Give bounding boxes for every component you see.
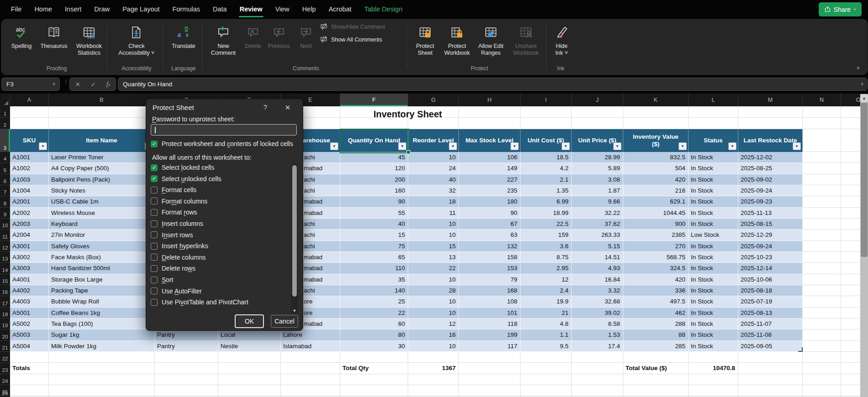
row-header-17[interactable]: 17	[0, 296, 10, 307]
filter-button-M[interactable]: ▼	[793, 142, 801, 150]
cell-G15[interactable]: 10	[408, 274, 459, 285]
ribbon-button-psheet[interactable]: ProtectSheet	[411, 21, 439, 69]
cell-J19[interactable]: 8.58	[572, 319, 623, 329]
cell-B6[interactable]: Ballpoint Pens (Pack)	[49, 174, 155, 185]
cell-L12[interactable]: In Stock	[689, 241, 738, 252]
cell-H13[interactable]: 158	[459, 252, 521, 263]
cell-J5[interactable]: 5.89	[572, 163, 623, 174]
cell-J8[interactable]: 9.66	[572, 196, 623, 207]
filter-button-K[interactable]: ▼	[679, 142, 687, 150]
row-header-14[interactable]: 14	[0, 263, 10, 274]
table-header-Inventory Value ($)[interactable]: Inventory Value($)▼	[623, 129, 689, 152]
cell-N12[interactable]	[803, 241, 841, 252]
cell-M16[interactable]: 2025-08-18	[738, 285, 803, 296]
cell-F18[interactable]: 22	[340, 308, 408, 319]
cell-J23[interactable]	[572, 363, 623, 374]
cell-H23[interactable]	[459, 363, 521, 374]
cell-L17[interactable]: In Stock	[689, 296, 738, 307]
cell-G21[interactable]: 10	[408, 341, 459, 352]
cell-I17[interactable]: 19.9	[521, 296, 572, 307]
option-checkbox[interactable]	[151, 287, 158, 294]
cell-H22[interactable]	[459, 352, 521, 363]
cell-G8[interactable]: 18	[408, 196, 459, 207]
cell-E20[interactable]: Lahore	[281, 329, 340, 340]
filter-button-F[interactable]: ▼	[398, 142, 406, 150]
cell-B20[interactable]: Sugar 1kg	[49, 329, 155, 340]
cell-K4[interactable]: 832.5	[623, 152, 689, 163]
cell-H18[interactable]: 101	[459, 308, 521, 319]
row-header-16[interactable]: 16	[0, 285, 10, 296]
cell-J7[interactable]: 1.87	[572, 185, 623, 196]
cell-L5[interactable]: In Stock	[689, 163, 738, 174]
tab-data[interactable]: Data	[206, 0, 233, 18]
cell-J18[interactable]: 39.02	[572, 308, 623, 319]
option-checkbox[interactable]	[151, 265, 158, 272]
table-header-Quantity On Hand[interactable]: Quantity On Hand▼	[340, 129, 408, 152]
cell-F24[interactable]	[340, 374, 408, 385]
cell-A18[interactable]: A5001	[10, 308, 49, 319]
cell-I5[interactable]: 4.2	[521, 163, 572, 174]
row-header-5[interactable]: 5	[0, 163, 10, 174]
cell-N6[interactable]	[803, 174, 841, 185]
cell-I13[interactable]: 8.75	[521, 252, 572, 263]
cell-F21[interactable]: 30	[340, 341, 408, 352]
ribbon-button-translate[interactable]: aTranslate	[166, 21, 201, 69]
cell-K21[interactable]: 285	[623, 341, 689, 352]
cell-E24[interactable]	[281, 374, 340, 385]
allow-option-use-autofilter[interactable]: Use AutoFilter	[151, 287, 202, 296]
cell-H15[interactable]: 79	[459, 274, 521, 285]
insert-function-icon[interactable]: fx	[106, 80, 110, 88]
cell-C23[interactable]	[155, 363, 218, 374]
cell-N16[interactable]	[803, 285, 841, 296]
cell-B10[interactable]: Keyboard	[49, 219, 155, 230]
cell-L4[interactable]: In Stock	[689, 152, 738, 163]
cell-K12[interactable]: 270	[623, 241, 689, 252]
cell-M10[interactable]: 2025-08-15	[738, 219, 803, 230]
cell-K25[interactable]	[623, 385, 689, 396]
row-header-11[interactable]: 11	[0, 230, 10, 240]
cell-K17[interactable]: 497.5	[623, 296, 689, 307]
cell-F6[interactable]: 200	[340, 174, 408, 185]
cell-A20[interactable]: A5003	[10, 329, 49, 340]
cell-M5[interactable]: 2025-08-25	[738, 163, 803, 174]
table-header-Item Name[interactable]: Item Name▼	[49, 129, 155, 152]
formula-bar-expand-icon[interactable]: ˅	[861, 82, 863, 87]
cell-C25[interactable]	[155, 385, 218, 396]
cell-J12[interactable]: 5.15	[572, 241, 623, 252]
name-box[interactable]: F3 ˅	[1, 78, 60, 91]
formula-bar-drag-dots[interactable]: ⋮	[63, 78, 69, 85]
cell-F14[interactable]: 110	[340, 263, 408, 274]
cell-F15[interactable]: 35	[340, 274, 408, 285]
cell-I9[interactable]: 18.99	[521, 208, 572, 219]
cell-B8[interactable]: USB-C Cable 1m	[49, 196, 155, 207]
table-header-Status[interactable]: Status▼	[689, 129, 738, 152]
cell-H16[interactable]: 168	[459, 285, 521, 296]
cell-N22[interactable]	[803, 352, 841, 363]
cell-I18[interactable]: 21	[521, 308, 572, 319]
cell-N4[interactable]	[803, 152, 841, 163]
cell-G5[interactable]: 24	[408, 163, 459, 174]
option-checkbox[interactable]	[151, 198, 158, 204]
cell-A15[interactable]: A4001	[10, 274, 49, 285]
cell-E21[interactable]: Islamabad	[281, 341, 340, 352]
cell-M11[interactable]: 2025-12-29	[738, 230, 803, 240]
tab-table-design[interactable]: Table Design	[358, 0, 409, 18]
cell-N10[interactable]	[803, 219, 841, 230]
row-header-24[interactable]: 24	[0, 374, 10, 385]
cell-K14[interactable]: 324.5	[623, 263, 689, 274]
column-header-I[interactable]: I	[521, 94, 572, 106]
cell-L20[interactable]: In Stock	[689, 329, 738, 340]
cell-M12[interactable]: 2025-09-24	[738, 241, 803, 252]
cell-J16[interactable]: 3.32	[572, 285, 623, 296]
column-header-M[interactable]: M	[738, 94, 803, 106]
cell-M9[interactable]: 2025-11-13	[738, 208, 803, 219]
row-header-1[interactable]: 1	[0, 106, 10, 118]
cell-L19[interactable]: In Stock	[689, 319, 738, 329]
cell-I4[interactable]: 18.5	[521, 152, 572, 163]
cell-A13[interactable]: A3002	[10, 252, 49, 263]
cell-H21[interactable]: 117	[459, 341, 521, 352]
row-header-20[interactable]: 20	[0, 329, 10, 340]
cell-H1[interactable]	[459, 106, 521, 118]
cell-N23[interactable]	[803, 363, 841, 374]
cell-K13[interactable]: 568.75	[623, 252, 689, 263]
